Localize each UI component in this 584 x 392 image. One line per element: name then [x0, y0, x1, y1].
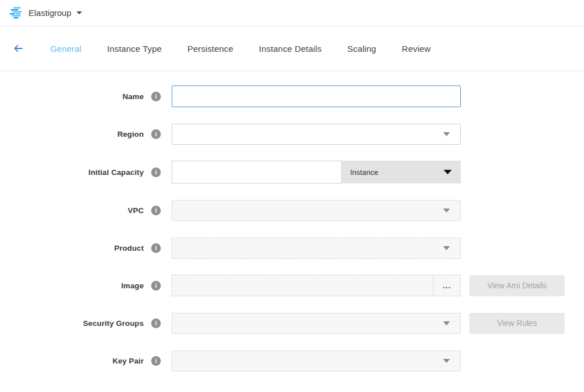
product-label: Product	[0, 244, 144, 252]
wizard-tabs: General Instance Type Persistence Instan…	[50, 44, 456, 54]
form-row-name: Name i	[0, 85, 584, 107]
key-pair-select	[172, 350, 461, 371]
form-row-initial-capacity: Initial Capacity i Instance	[0, 161, 584, 183]
image-label: Image	[0, 281, 144, 290]
form-row-key-pair: Key Pair i	[0, 350, 584, 371]
form-row-image: Image i ... View Ami Details	[0, 275, 584, 296]
chevron-down-icon	[443, 246, 450, 250]
chevron-down-icon	[444, 170, 452, 174]
view-rules-button[interactable]: View Rules	[469, 313, 565, 334]
app-switcher-chevron-down-icon[interactable]	[76, 11, 82, 14]
initial-capacity-input[interactable]	[172, 161, 341, 183]
chevron-down-icon	[443, 209, 450, 213]
tab-instance-type[interactable]: Instance Type	[107, 44, 162, 54]
arrow-left-icon	[12, 42, 25, 55]
image-info-icon[interactable]: i	[151, 281, 161, 291]
name-label: Name	[0, 92, 144, 101]
name-info-icon[interactable]: i	[151, 92, 161, 101]
tab-general[interactable]: General	[50, 44, 82, 54]
vpc-select	[172, 200, 461, 221]
chevron-down-icon	[443, 132, 450, 136]
app-header: Elastigroup	[0, 0, 584, 26]
form-row-vpc: VPC i	[0, 199, 584, 221]
tab-instance-details[interactable]: Instance Details	[259, 44, 322, 54]
view-ami-details-button[interactable]: View Ami Details	[469, 275, 565, 296]
security-groups-label: Security Groups	[0, 319, 144, 328]
general-settings-form: Name i Region i Initial Capacity i Insta…	[0, 71, 584, 371]
vpc-info-icon[interactable]: i	[151, 206, 161, 215]
key-pair-info-icon[interactable]: i	[151, 356, 161, 366]
form-row-region: Region i	[0, 123, 584, 145]
security-groups-info-icon[interactable]: i	[151, 318, 161, 328]
tab-review[interactable]: Review	[402, 44, 431, 54]
capacity-unit-value: Instance	[350, 168, 378, 177]
image-browse-button[interactable]: ...	[433, 275, 460, 296]
image-picker: ...	[172, 275, 461, 296]
tab-scaling[interactable]: Scaling	[347, 44, 376, 54]
app-name[interactable]: Elastigroup	[29, 8, 71, 18]
region-label: Region	[0, 130, 144, 138]
chevron-down-icon	[443, 359, 450, 363]
chevron-down-icon	[443, 321, 450, 325]
security-groups-select	[172, 313, 461, 334]
initial-capacity-info-icon[interactable]: i	[151, 168, 161, 177]
capacity-unit-select[interactable]: Instance	[341, 161, 461, 183]
image-picker-value	[172, 275, 433, 296]
form-row-product: Product i	[0, 237, 584, 259]
product-info-icon[interactable]: i	[151, 243, 161, 253]
wizard-tabbar: General Instance Type Persistence Instan…	[0, 26, 584, 71]
vpc-label: VPC	[0, 206, 144, 215]
product-select	[172, 238, 461, 259]
name-input[interactable]	[172, 85, 461, 107]
region-info-icon[interactable]: i	[151, 129, 161, 139]
tab-persistence[interactable]: Persistence	[188, 44, 234, 54]
elastigroup-logo-icon[interactable]	[9, 6, 23, 20]
back-button[interactable]	[11, 42, 25, 55]
form-row-security-groups: Security Groups i View Rules	[0, 312, 584, 334]
initial-capacity-label: Initial Capacity	[0, 168, 144, 177]
key-pair-label: Key Pair	[0, 357, 144, 365]
region-select[interactable]	[172, 124, 461, 145]
